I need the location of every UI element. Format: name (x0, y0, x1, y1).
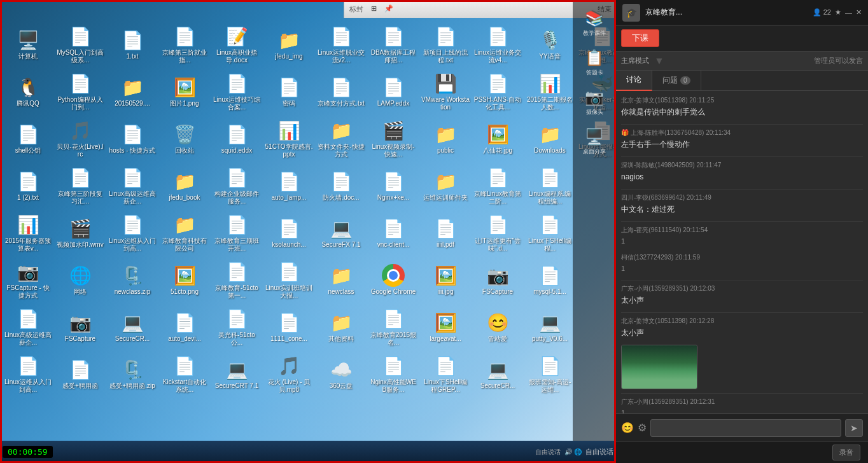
desktop-icon-kickstart[interactable]: 📄 Kickstart自动化系统... (159, 351, 210, 397)
desktop-icon-cto51_2[interactable]: 📊 51CTO学院感言.pptx (263, 116, 314, 162)
desktop-icon-linuxtrain[interactable]: 📄 Linux实训班培训大报... (263, 257, 314, 303)
desktop-icon-beibei[interactable]: 🎵 贝贝-花火(Live).lrc (55, 116, 106, 162)
desktop-icon-computer[interactable]: 🖥️ 计算机 (3, 22, 53, 67)
side-icon-desktop-share[interactable]: 🖥️ 桌面分享 (576, 123, 613, 160)
desktop-icon-putty[interactable]: 💻 putty_V0.6... (524, 304, 575, 350)
desktop-icon-linux1[interactable]: 📄 Linux高级运维高薪企... (3, 304, 53, 350)
desktop-icon-jingfengedu[interactable]: 📁 京峰教育科技有限公司 (159, 210, 210, 256)
desktop-icon-service2015[interactable]: 📊 2015年服务器预算表v... (3, 210, 53, 256)
side-icon-courseware[interactable]: 📚 教学课件 (576, 5, 613, 42)
chat-input-field[interactable] (650, 419, 841, 437)
desktop-icon-iiiijpg[interactable]: 🖼️ iiii.jpg (420, 257, 471, 303)
desktop-icon-linuxops2[interactable]: 📄 Linux运维脱业交流v2... (316, 22, 367, 67)
desktop-icon-squid[interactable]: 📄 squid.eddx (211, 116, 262, 162)
desktop-icon-vnc[interactable]: 📄 vnc-client... (368, 210, 419, 256)
star-icon[interactable]: ★ (835, 8, 841, 17)
desktop-icon-yyshengyin[interactable]: 🎙️ YY语音 (524, 22, 575, 67)
send-button[interactable]: ➤ (845, 419, 863, 437)
desktop-icon-jingfengedu2[interactable]: 📄 京峰教育-51cto第一... (211, 257, 262, 303)
desktop-icon-linuxops3[interactable]: 📄 Linux运维业务交流v4... (472, 22, 523, 67)
desktop-icon-network[interactable]: 🌐 网络 (55, 257, 106, 303)
desktop-icon-file2015[interactable]: 📁 20150529.... (107, 69, 158, 114)
desktop-icon-cone[interactable]: 📄 1111_cone... (263, 304, 314, 350)
desktop-icon-linuxshell[interactable]: 📄 Linux下SHell编程... (524, 210, 575, 256)
desktop-icon-jingfeng3rd[interactable]: 📄 京峰第三阶段复习汇... (55, 163, 106, 209)
desktop-icon-fscapture[interactable]: 📷 FSCapture - 快捷方式 (3, 257, 53, 303)
desktop-icon-securecr[interactable]: 💻 SecureCR... (107, 304, 158, 350)
side-icon-quiz[interactable]: 📋 答题卡 (576, 45, 613, 81)
desktop-icon-jfedu_book[interactable]: 📁 jfedu_book (159, 163, 210, 209)
desktop-icon-public[interactable]: 📁 public (420, 116, 471, 162)
tab-question[interactable]: 问题 0 (652, 71, 701, 91)
desktop-icon-linuxprog[interactable]: 📄 Linux编程系.编程组编... (524, 163, 575, 209)
desktop-icon-securefx[interactable]: 💻 SecureFX 7.1 (316, 210, 367, 256)
desktop-icon-linux4[interactable]: 📄 Linux运维从入门到高... (107, 210, 158, 256)
desktop-icon-video[interactable]: 🎬 视频加水印.wmv (55, 210, 106, 256)
tab-discussion[interactable]: 讨论 (616, 71, 652, 91)
desktop-icon-resource[interactable]: 📁 资料文件夹-快捷方式 (316, 116, 367, 162)
desktop-icon-lamp[interactable]: 📄 LAMP.eddx (368, 69, 419, 114)
minimize-btn[interactable]: — (845, 9, 852, 17)
chat-settings-button[interactable]: ⚙ (638, 422, 647, 434)
desktop-icon-vmware[interactable]: 💾 VMware Workstation (420, 69, 471, 114)
record-button[interactable]: 录音 (832, 445, 860, 460)
desktop-icon-fscapture2[interactable]: 📷 FSCapture (55, 304, 106, 350)
desktop-icon-firewall[interactable]: 📄 防火墙.doc... (316, 163, 367, 209)
desktop-icon-autodev[interactable]: 📄 auto_devi... (159, 304, 210, 350)
desktop-icon-securecrt[interactable]: 💻 SecureCRT 7.1 (211, 351, 262, 397)
desktop-icon-largeavat[interactable]: 🖼️ largeavat... (420, 304, 471, 350)
desktop-icon-newproject[interactable]: 📄 新项目上线的流程.txt (420, 22, 471, 67)
desktop-icon-wuguang[interactable]: 📄 吴光科-51cto公... (211, 304, 262, 350)
desktop-icon-baxianhua[interactable]: 🖼️ 八仙花.jpg (472, 116, 523, 162)
desktop-icon-hosts[interactable]: 📄 hosts - 快捷方式 (107, 116, 158, 162)
desktop-icon-securecr2[interactable]: 💻 SecureCR... (472, 351, 523, 397)
desktop-icon-huahuo[interactable]: 🎵 花火 (Live) - 贝贝.mp8 (263, 351, 314, 397)
desktop-icon-mysql[interactable]: 📄 MySQL入门到高级系... (55, 22, 106, 67)
desktop-icon-linuxtaste[interactable]: 📄 让IT运维更有"尝味".d... (472, 210, 523, 256)
desktop-icon-cloud360[interactable]: ☁️ 360云盘 (316, 351, 367, 397)
desktop-icon-jingfeng2015[interactable]: 📄 京峰教育2015报名... (368, 304, 419, 350)
desktop-icon-recycle[interactable]: 🗑️ 回收站 (159, 116, 210, 162)
desktop-icon-pssh[interactable]: 📄 PSSH-ANS-自动化工具... (472, 69, 523, 114)
desktop-icon-downloads[interactable]: 📁 Downloads (524, 116, 575, 162)
desktop-icon-construct[interactable]: 📄 构建企业级邮件服务... (211, 163, 262, 209)
desktop-icon-jingfeng3rd2[interactable]: 📄 京峰第三阶就业指... (159, 22, 210, 67)
down-class-button[interactable]: 下课 (621, 29, 659, 47)
desktop-icon-jingfeng3rdopen[interactable]: 📄 京峰教育三期班开班... (211, 210, 262, 256)
desktop-icon-feeling2[interactable]: 🗜️ 感受+聘用函.zip (107, 351, 158, 397)
desktop-icon-newclass2[interactable]: 📁 newclass (316, 257, 367, 303)
desktop-icon-linuxgrep[interactable]: 📄 Linux下SHell编程GREP... (420, 351, 471, 397)
desktop-icon-shell[interactable]: 📄 shell公钥 (3, 116, 53, 162)
desktop-icon-linux2[interactable]: 📄 Linux运维从入门到高... (3, 351, 53, 397)
desktop-icon-chrome[interactable]: Google Chrome (368, 257, 419, 303)
desktop-icon-img1[interactable]: 🖼️ 图片1.png (159, 69, 210, 114)
desktop-icon-feeling[interactable]: 📄 感受+聘用函 (55, 351, 106, 397)
desktop-icon-qq[interactable]: 🐧 腾讯QQ (3, 69, 53, 114)
close-btn[interactable]: ✕ (856, 8, 862, 17)
desktop-icon-iiiipdf[interactable]: 📄 iiiil.pdf (420, 210, 471, 256)
desktop-icon-other[interactable]: 📁 其他资料 (316, 304, 367, 350)
emoji-button[interactable]: 😊 (621, 422, 634, 434)
desktop-icon-reg2015[interactable]: 📊 2015第二期报名人数... (524, 69, 575, 114)
desktop-icon-linux3[interactable]: 📄 Linux高级运维高薪企... (107, 163, 158, 209)
desktop-icon-banji[interactable]: 📄 报班需知-高运-运维... (524, 351, 575, 397)
desktop-icon-jingfenglinux[interactable]: 📄 京峰Linux教育第二阶... (472, 163, 523, 209)
side-icon-camera[interactable]: 📷 摄像头 (576, 84, 613, 121)
desktop-icon-newclass[interactable]: 🗜️ newclass.zip (107, 257, 158, 303)
desktop-icon-yuntui[interactable]: 📁 运维运训师件夹 (420, 163, 471, 209)
desktop-icon-file1[interactable]: 📄 1 (2).txt (3, 163, 53, 209)
desktop-icon-password[interactable]: 📄 密码 (263, 69, 314, 114)
desktop-icon-jfedu_img[interactable]: 📁 jfedu_img (263, 22, 314, 67)
desktop-icon-linuxjob[interactable]: 📝 Linux高职业指导.docx (211, 22, 262, 67)
desktop-icon-autolamp[interactable]: 📄 auto_lamp... (263, 163, 314, 209)
desktop-icon-jingfengpay[interactable]: 📄 京峰支付方式.txt (316, 69, 367, 114)
desktop-icon-linuxvideo[interactable]: 🎬 Linux视频录制-快速... (368, 116, 419, 162)
desktop-icon-txt1[interactable]: 📄 1.txt (107, 22, 158, 67)
chat-area[interactable]: 北京-姜博文(10511398) 20:11:25 你就是传说中的刺手觉么 🎁 … (616, 91, 868, 413)
desktop-icon-nginx[interactable]: 📄 Nginx+ke... (368, 163, 419, 209)
desktop-icon-nginx2[interactable]: 📄 Nginx高性能WEB服务... (368, 351, 419, 397)
desktop-icon-python[interactable]: 📄 Python编程从入门到... (55, 69, 106, 114)
desktop-icon-manager[interactable]: 😊 管站爱 (472, 304, 523, 350)
desktop-icon-linuxops[interactable]: 📄 Linux运维技巧综合案... (211, 69, 262, 114)
desktop-icon-fscapture3[interactable]: 📷 FSCapture (472, 257, 523, 303)
